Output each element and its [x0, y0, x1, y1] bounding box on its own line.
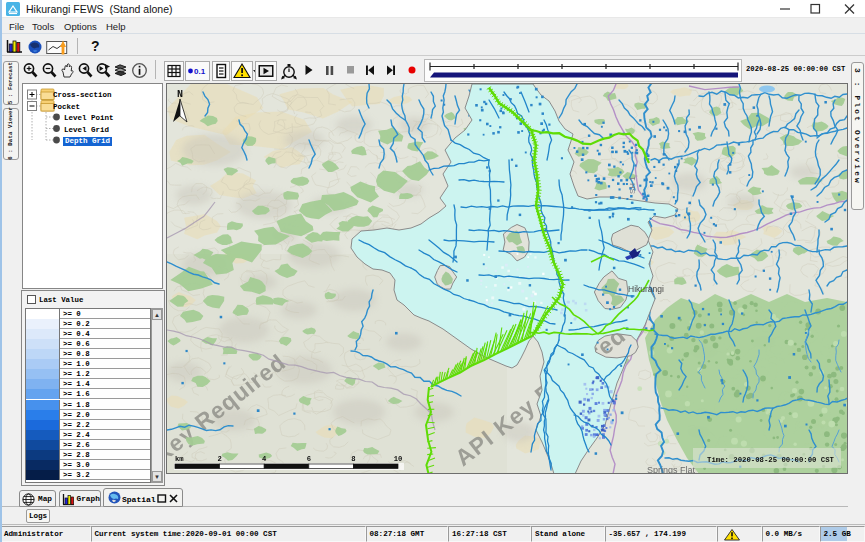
svg-text:0.1: 0.1 — [194, 67, 206, 76]
svg-text:2: 2 — [217, 455, 221, 463]
svg-text:Hikurangi: Hikurangi — [628, 284, 664, 294]
svg-text:N: N — [177, 89, 183, 100]
svg-text:SH 1: SH 1 — [628, 176, 637, 194]
svg-text:Time: 2020-08-25 00:00:00 CST: Time: 2020-08-25 00:00:00 CST — [707, 456, 835, 464]
svg-text:8: 8 — [351, 455, 355, 463]
svg-text:6: 6 — [307, 455, 311, 463]
svg-text:km: km — [175, 455, 184, 463]
svg-text:4: 4 — [262, 455, 267, 463]
svg-text:10: 10 — [394, 455, 403, 463]
svg-text:Springs Flat: Springs Flat — [647, 465, 696, 474]
